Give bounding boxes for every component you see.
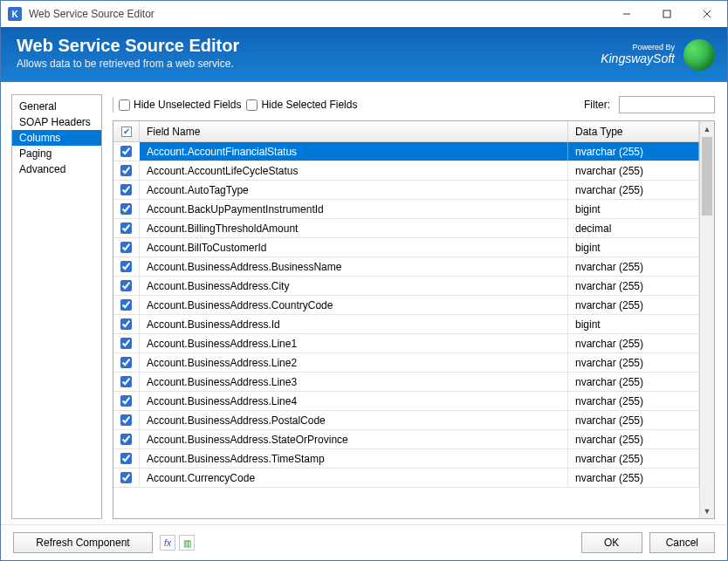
table-row[interactable]: Account.BackUpPaymentInstrumentIdbigint (113, 200, 699, 219)
row-field-name: Account.BusinessAddress.TimeStamp (140, 449, 568, 468)
row-checkbox-cell[interactable] (113, 430, 140, 448)
toolbar: Hide Unselected Fields Hide Selected Fie… (113, 94, 715, 120)
row-field-name: Account.BusinessAddress.City (140, 277, 568, 295)
sidebar-item-columns[interactable]: Columns (12, 130, 101, 146)
table-row[interactable]: Account.BusinessAddress.CountryCodenvarc… (113, 296, 699, 315)
sidebar-item-paging[interactable]: Paging (12, 146, 101, 161)
table-row[interactable]: Account.BusinessAddress.Line3nvarchar (2… (113, 373, 699, 392)
table-row[interactable]: Account.BusinessAddress.Line2nvarchar (2… (113, 353, 699, 373)
row-checkbox[interactable] (120, 299, 132, 311)
row-checkbox-cell[interactable] (113, 449, 140, 468)
grid-header: ✔ Field Name Data Type (113, 121, 699, 142)
brand-small: Powered By (601, 43, 675, 51)
row-checkbox[interactable] (120, 184, 132, 195)
row-checkbox[interactable] (120, 434, 132, 445)
filter-label: Filter: (584, 99, 610, 111)
row-data-type: nvarchar (255) (568, 392, 699, 410)
row-data-type: bigint (568, 200, 699, 218)
row-data-type: nvarchar (255) (568, 469, 699, 487)
row-checkbox-cell[interactable] (113, 277, 140, 295)
row-data-type: nvarchar (255) (568, 411, 699, 429)
row-checkbox[interactable] (120, 146, 132, 157)
sidebar-item-soap-headers[interactable]: SOAP Headers (12, 114, 101, 130)
filter-input[interactable] (619, 96, 715, 113)
header-data-type[interactable]: Data Type (568, 121, 699, 141)
table-row[interactable]: Account.BillingThresholdAmountdecimal (113, 219, 699, 238)
row-checkbox-cell[interactable] (113, 142, 140, 161)
row-checkbox-cell[interactable] (113, 469, 140, 487)
table-row[interactable]: Account.AutoTagTypenvarchar (255) (113, 181, 699, 200)
row-field-name: Account.BusinessAddress.Id (140, 315, 568, 333)
grid-body: Account.AccountFinancialStatusnvarchar (… (113, 142, 699, 488)
row-checkbox[interactable] (120, 203, 132, 215)
row-data-type: nvarchar (255) (568, 430, 699, 448)
row-data-type: nvarchar (255) (568, 181, 699, 199)
row-checkbox-cell[interactable] (113, 411, 140, 429)
row-checkbox[interactable] (120, 376, 132, 387)
row-field-name: Account.BusinessAddress.StateOrProvince (140, 430, 568, 448)
row-checkbox-cell[interactable] (113, 181, 140, 199)
table-row[interactable]: Account.BusinessAddress.Idbigint (113, 315, 699, 334)
row-checkbox-cell[interactable] (113, 296, 140, 314)
row-checkbox-cell[interactable] (113, 161, 140, 180)
refresh-component-button[interactable]: Refresh Component (13, 532, 153, 553)
table-row[interactable]: Account.BusinessAddress.PostalCodenvarch… (113, 411, 699, 430)
table-row[interactable]: Account.BusinessAddress.TimeStampnvarcha… (113, 449, 699, 469)
table-row[interactable]: Account.BusinessAddress.Line1nvarchar (2… (113, 334, 699, 353)
row-checkbox-cell[interactable] (113, 238, 140, 257)
window-controls (607, 1, 727, 27)
table-row[interactable]: Account.AccountFinancialStatusnvarchar (… (113, 142, 699, 161)
row-checkbox-cell[interactable] (113, 219, 140, 237)
row-checkbox[interactable] (120, 318, 132, 330)
cancel-button[interactable]: Cancel (649, 532, 715, 553)
hide-selected-input[interactable] (246, 99, 258, 111)
table-row[interactable]: Account.BusinessAddress.StateOrProvincen… (113, 430, 699, 449)
check-all-icon[interactable]: ✔ (121, 127, 132, 137)
row-checkbox[interactable] (120, 395, 132, 407)
table-row[interactable]: Account.BusinessAddress.Line4nvarchar (2… (113, 392, 699, 411)
close-button[interactable] (687, 1, 727, 27)
row-checkbox[interactable] (120, 280, 132, 291)
row-checkbox[interactable] (120, 165, 132, 176)
minimize-button[interactable] (607, 1, 647, 27)
vertical-scrollbar[interactable]: ▲ ▼ (699, 121, 714, 518)
row-checkbox[interactable] (120, 453, 132, 464)
row-checkbox-cell[interactable] (113, 334, 140, 352)
header-checkbox-column[interactable]: ✔ (113, 121, 140, 141)
table-row[interactable]: Account.AccountLifeCycleStatusnvarchar (… (113, 161, 699, 181)
ok-button[interactable]: OK (581, 532, 642, 553)
row-checkbox[interactable] (120, 357, 132, 368)
scroll-up-icon[interactable]: ▲ (700, 121, 714, 136)
columns-icon[interactable]: ▥ (179, 535, 195, 551)
scroll-thumb[interactable] (702, 137, 712, 216)
header-field-name[interactable]: Field Name (140, 121, 568, 141)
row-checkbox[interactable] (120, 414, 132, 426)
hide-unselected-input[interactable] (119, 99, 130, 111)
row-data-type: nvarchar (255) (568, 161, 699, 180)
row-checkbox[interactable] (120, 472, 132, 483)
hide-unselected-checkbox[interactable]: Hide Unselected Fields (119, 99, 241, 111)
row-checkbox[interactable] (120, 242, 132, 253)
row-field-name: Account.BillToCustomerId (140, 238, 568, 257)
table-row[interactable]: Account.CurrencyCodenvarchar (255) (113, 469, 699, 488)
maximize-button[interactable] (647, 1, 687, 27)
table-row[interactable]: Account.BusinessAddress.BusinessNamenvar… (113, 257, 699, 277)
row-checkbox[interactable] (120, 222, 132, 234)
row-checkbox-cell[interactable] (113, 373, 140, 391)
row-checkbox-cell[interactable] (113, 315, 140, 333)
scroll-down-icon[interactable]: ▼ (700, 503, 714, 518)
fx-icon[interactable]: fx (160, 535, 175, 551)
row-checkbox[interactable] (120, 261, 132, 272)
row-checkbox-cell[interactable] (113, 392, 140, 410)
table-row[interactable]: Account.BusinessAddress.Citynvarchar (25… (113, 277, 699, 296)
table-row[interactable]: Account.BillToCustomerIdbigint (113, 238, 699, 257)
sidebar-item-advanced[interactable]: Advanced (12, 161, 101, 177)
row-checkbox[interactable] (120, 338, 132, 349)
row-checkbox-cell[interactable] (113, 257, 140, 276)
row-checkbox-cell[interactable] (113, 200, 140, 218)
sidebar-item-general[interactable]: General (12, 99, 101, 114)
row-checkbox-cell[interactable] (113, 353, 140, 372)
row-field-name: Account.BackUpPaymentInstrumentId (140, 200, 568, 218)
row-field-name: Account.CurrencyCode (140, 469, 568, 487)
hide-selected-checkbox[interactable]: Hide Selected Fields (246, 99, 357, 111)
